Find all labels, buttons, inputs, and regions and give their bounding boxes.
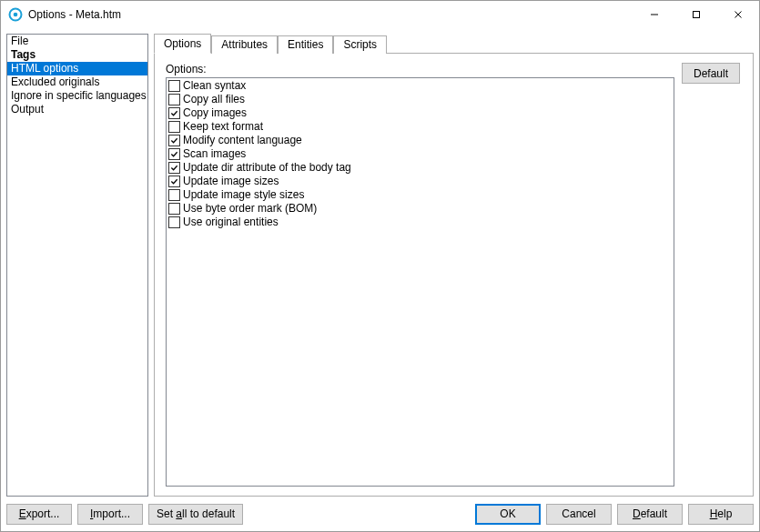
option-row[interactable]: Keep text format (168, 120, 672, 134)
main: OptionsAttributesEntitiesScripts Options… (154, 34, 754, 497)
option-label: Update dir attribute of the body tag (183, 161, 351, 175)
titlebar: Options - Meta.htm (1, 1, 759, 28)
svg-point-1 (14, 13, 18, 17)
option-row[interactable]: Copy all files (168, 93, 672, 106)
close-button[interactable] (717, 1, 759, 28)
options-list[interactable]: Clean syntaxCopy all filesCopy imagesKee… (166, 77, 674, 487)
help-label: Help (710, 507, 733, 520)
footer-default-label: Default (633, 507, 667, 520)
tabpage: Options: Clean syntaxCopy all filesCopy … (154, 53, 754, 497)
checkbox-icon[interactable] (168, 135, 180, 146)
tab-content-options: Options: Clean syntaxCopy all filesCopy … (155, 54, 753, 496)
import-button-label: Import... (90, 507, 130, 520)
option-label: Use byte order mark (BOM) (183, 202, 317, 216)
checkbox-icon[interactable] (168, 203, 180, 215)
tab-entities[interactable]: Entities (278, 35, 333, 54)
panel-default-button[interactable]: Default (682, 63, 740, 84)
svg-rect-3 (694, 12, 700, 18)
options-heading: Options: (166, 63, 674, 75)
maximize-button[interactable] (675, 1, 717, 28)
option-label: Keep text format (183, 120, 263, 134)
minimize-button[interactable] (633, 1, 675, 28)
option-label: Copy all files (183, 93, 245, 106)
option-label: Use original entities (183, 216, 279, 229)
set-all-default-label: Set all to default (157, 507, 235, 520)
sidebar-item-ignore-in-specific-languages[interactable]: Ignore in specific languages (7, 89, 147, 103)
option-row[interactable]: Modify content language (168, 134, 672, 147)
help-button[interactable]: Help (688, 504, 754, 525)
checkbox-icon[interactable] (168, 189, 180, 201)
window: Options - Meta.htm FileTagsHTML optionsE… (0, 0, 760, 532)
app-icon (8, 7, 23, 22)
checkbox-icon[interactable] (168, 121, 180, 133)
checkbox-icon[interactable] (168, 216, 180, 228)
option-label: Copy images (183, 106, 247, 120)
tabs: OptionsAttributesEntitiesScripts Options… (154, 34, 754, 497)
checkbox-icon[interactable] (168, 148, 180, 160)
checkbox-icon[interactable] (168, 176, 180, 187)
checkbox-icon[interactable] (168, 94, 180, 105)
footer-default-button[interactable]: Default (617, 504, 683, 525)
checkbox-icon[interactable] (168, 107, 180, 119)
sidebar-item-tags[interactable]: Tags (7, 48, 147, 62)
tabstrip: OptionsAttributesEntitiesScripts (154, 34, 754, 53)
option-label: Update image style sizes (183, 188, 304, 202)
checkbox-icon[interactable] (168, 80, 180, 92)
export-button-label: Export... (19, 507, 60, 520)
option-label: Update image sizes (183, 175, 279, 188)
sidebar-item-file[interactable]: File (7, 35, 147, 48)
tab-scripts[interactable]: Scripts (333, 35, 387, 54)
option-row[interactable]: Update image style sizes (168, 188, 672, 202)
option-row[interactable]: Use original entities (168, 216, 672, 229)
option-label: Modify content language (183, 134, 302, 147)
export-button[interactable]: Export... (6, 504, 72, 525)
checkbox-icon[interactable] (168, 162, 180, 174)
option-row[interactable]: Update dir attribute of the body tag (168, 161, 672, 175)
option-row[interactable]: Copy images (168, 106, 672, 120)
sidebar-item-html-options[interactable]: HTML options (7, 62, 147, 75)
tab-attributes[interactable]: Attributes (211, 35, 278, 54)
option-row[interactable]: Update image sizes (168, 175, 672, 188)
option-row[interactable]: Use byte order mark (BOM) (168, 202, 672, 216)
import-button[interactable]: Import... (77, 504, 143, 525)
option-label: Clean syntax (183, 79, 246, 93)
body: FileTagsHTML optionsExcluded originalsIg… (1, 28, 759, 497)
footer: Export... Import... Set all to default O… (1, 497, 759, 531)
cancel-button[interactable]: Cancel (546, 504, 612, 525)
option-row[interactable]: Scan images (168, 147, 672, 161)
set-all-default-button[interactable]: Set all to default (148, 504, 243, 525)
sidebar: FileTagsHTML optionsExcluded originalsIg… (6, 34, 148, 497)
option-label: Scan images (183, 147, 246, 161)
option-row[interactable]: Clean syntax (168, 79, 672, 93)
ok-button[interactable]: OK (475, 504, 541, 525)
window-title: Options - Meta.htm (28, 8, 121, 21)
sidebar-item-excluded-originals[interactable]: Excluded originals (7, 75, 147, 89)
sidebar-item-output[interactable]: Output (7, 103, 147, 116)
tab-options[interactable]: Options (154, 34, 211, 54)
